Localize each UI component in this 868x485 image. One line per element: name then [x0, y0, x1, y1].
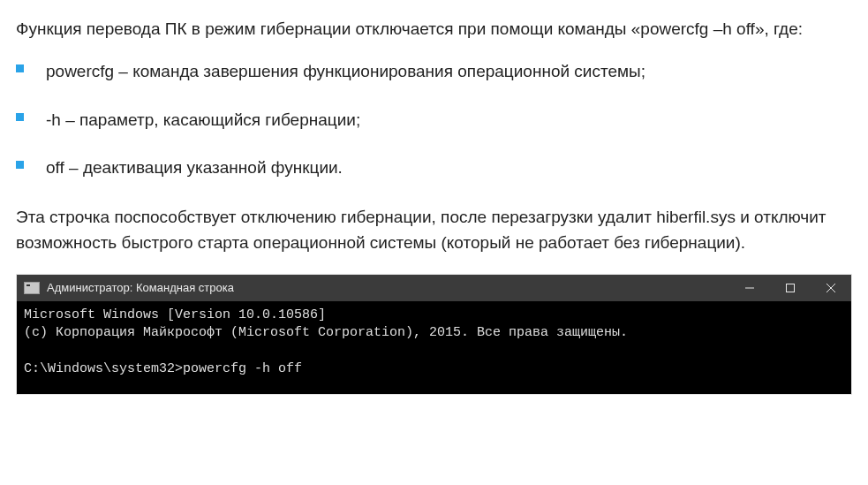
intro-paragraph: Функция перевода ПК в режим гибернации о… [16, 16, 852, 42]
terminal-output: Microsoft Windows [Version 10.0.10586] (… [17, 301, 851, 394]
outro-paragraph: Эта строчка поспособствует отключению ги… [16, 204, 852, 256]
svg-rect-1 [787, 284, 795, 292]
close-icon[interactable] [811, 275, 851, 301]
list-item: off – деактивация указанной функции. [16, 155, 852, 181]
terminal-line: (c) Корпорация Майкрософт (Microsoft Cor… [24, 325, 628, 340]
list-item: powercfg – команда завершения функционир… [16, 59, 852, 85]
terminal-title-text: Администратор: Командная строка [47, 281, 234, 294]
bullet-list: powercfg – команда завершения функционир… [16, 59, 852, 181]
list-item: -h – параметр, касающийся гибернации; [16, 108, 852, 133]
minimize-icon[interactable] [729, 275, 770, 301]
terminal-titlebar: Администратор: Командная строка [17, 275, 851, 301]
maximize-icon[interactable] [770, 275, 811, 301]
terminal-window: Администратор: Командная строка Microsof… [16, 274, 852, 395]
terminal-line: C:\Windows\system32>powercfg -h off [24, 361, 302, 376]
terminal-line: Microsoft Windows [Version 10.0.10586] [24, 307, 326, 322]
cmd-icon [24, 282, 40, 294]
